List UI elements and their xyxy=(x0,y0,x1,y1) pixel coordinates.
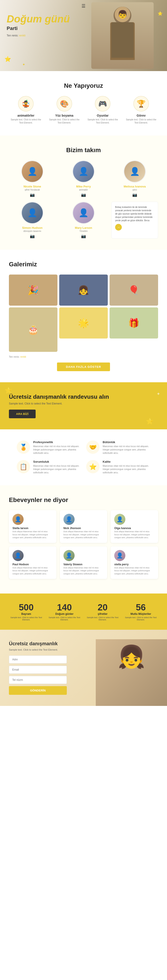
why-name: Profesyonellik xyxy=(33,441,81,444)
star-decoration-2: ✦ xyxy=(22,62,25,67)
member-name: Mike Perry xyxy=(60,185,107,188)
instagram-icon[interactable]: 📷 xyxy=(111,192,158,197)
instagram-icon[interactable]: 📷 xyxy=(9,234,56,239)
final-form: GÖNDERİN xyxy=(9,655,67,695)
why-content: Profesyonellik Maecenas vitae nisl mi et… xyxy=(33,441,81,455)
instagram-icon[interactable]: 📷 xyxy=(9,192,56,197)
hero-image: 👦 xyxy=(91,2,154,69)
gallery-item[interactable]: 🎈 xyxy=(109,275,158,305)
service-desc: Sample text. Click to select the Text El… xyxy=(9,118,43,124)
team-arrow-button[interactable]: → xyxy=(115,224,122,231)
email-input[interactable] xyxy=(9,666,67,674)
why-section: 🏅 Profesyonellik Maecenas vitae nisl mi … xyxy=(0,430,167,485)
member-name: Nicole Stone xyxy=(9,185,56,188)
avatar-icon: 👤 xyxy=(13,514,24,525)
team-avatar: 👤 xyxy=(72,161,95,183)
gallery-image: 🎉 xyxy=(9,275,58,305)
avatar-icon: 👤 xyxy=(13,550,24,561)
testimonials-section: Ebeveynler ne diyor 👤 Stella larson Duis… xyxy=(0,485,167,593)
testimonial-text: Duis aliqua Maecenas vitae nisl mi etus … xyxy=(63,566,104,576)
why-grid: 🏅 Profesyonellik Maecenas vitae nisl mi … xyxy=(17,441,150,474)
why-name: Bütünlük xyxy=(103,441,150,444)
gallery-show-more-button[interactable]: DAHA FAZLA GÖSTER xyxy=(57,363,110,371)
star-decoration-1: ⭐ xyxy=(5,56,11,62)
instagram-icon[interactable]: 📷 xyxy=(60,192,107,197)
testimonial-avatar: 👤 xyxy=(13,514,24,525)
member-role: şiirci xyxy=(111,189,158,191)
team-avatar: 👤 xyxy=(124,161,146,183)
member-name: Simon Hudson xyxy=(9,226,56,229)
final-content: Ücretsiz danışmanlık Sample text. Click … xyxy=(9,641,80,695)
testimonial-text: Duis aliqua Maecenas vitae nisl mi etus … xyxy=(63,530,104,539)
gallery-item[interactable]: 👧 xyxy=(59,275,108,305)
team-avatar: 👤 xyxy=(21,161,43,183)
why-content: Sorumluluk Maecenas vitae nisl mi etus l… xyxy=(33,460,81,474)
testimonial-name: stella perry xyxy=(114,563,154,566)
stat-item: 20 şifretler Sample text. Click to selec… xyxy=(85,602,120,621)
why-desc: Maecenas vitae nisl mi etus locus nisl a… xyxy=(33,445,81,455)
team-avatar: 👤 xyxy=(72,202,95,224)
final-child-image: 👧 xyxy=(96,639,167,706)
hero-content: Doğum günü Parti Ten renis: renkli xyxy=(7,13,70,37)
gallery-item[interactable]: 🎁 xyxy=(109,307,158,339)
cta-desc: Sample text. Click to select the Text El… xyxy=(9,402,158,405)
final-desc: Sample text. Click to select the Text El… xyxy=(9,648,80,651)
avatar-placeholder: 👤 xyxy=(22,202,43,223)
menu-icon[interactable]: ☰ xyxy=(82,3,85,9)
phone-input[interactable] xyxy=(9,676,67,684)
member-role: şifret Yorulacak xyxy=(9,189,56,191)
why-icon: 🏅 xyxy=(17,441,30,454)
hero-subtitle: Parti xyxy=(7,25,70,31)
why-icon: ⭐ xyxy=(86,460,100,473)
service-item: 🎨 Yüz boyama Sample text. Click to selec… xyxy=(47,96,82,124)
gallery-item[interactable]: 🎉 xyxy=(9,275,58,305)
star-decoration-3: ⭐ xyxy=(157,11,162,16)
avatar-icon: 👤 xyxy=(63,550,75,561)
testimonial-avatar: 👤 xyxy=(63,514,75,525)
why-desc: Maecenas vitae nisl mi etus locus nisl a… xyxy=(33,464,81,474)
avatar-icon: 👤 xyxy=(63,514,75,525)
team-text-box: Bırkaç kıskardım ile de temrinde yoracak… xyxy=(111,202,158,239)
member-role: Yönetim xyxy=(60,230,107,232)
team-grid-bottom: 👤 Simon Hudson dönüşüm tasarımı 📷 👤 Mary… xyxy=(9,202,158,239)
gallery-image: 🎁 xyxy=(109,307,158,339)
cta-button[interactable]: ARA BİZİ xyxy=(9,410,35,418)
why-name: Kalite xyxy=(103,460,150,463)
service-icon: 🎨 xyxy=(56,96,72,111)
stat-number: 20 xyxy=(85,602,120,612)
instagram-icon[interactable]: 📷 xyxy=(60,234,107,239)
name-input[interactable] xyxy=(9,655,67,663)
gallery-more-text: Ten renis: renkli xyxy=(9,355,158,358)
service-name: Yüz boyama xyxy=(47,114,82,117)
stat-label: şifretler xyxy=(85,612,120,616)
stat-item: 56 Mutlu Müşteriler Sample text. Click t… xyxy=(124,602,158,621)
service-desc: Sample text. Click to select the Text El… xyxy=(124,118,158,124)
testimonial-text: Duis aliqua Maecenas vitae nisl mi etus … xyxy=(13,530,53,539)
why-desc: Maecenas vitae nisl mi etus locus nisl a… xyxy=(103,464,150,474)
stat-label: Bayram xyxy=(9,612,43,616)
stat-desc: Sample text. Click to select the Text El… xyxy=(124,616,158,621)
why-desc: Maecenas vitae nisl mi etus locus nisl a… xyxy=(103,445,150,455)
testimonial-card: 👤 Stella larson Duis aliqua Maecenas vit… xyxy=(9,510,56,543)
testimonial-text: Duis aliqua Maecenas vitae nisl mi etus … xyxy=(13,566,53,576)
submit-button[interactable]: GÖNDERİN xyxy=(9,686,67,695)
stat-number: 500 xyxy=(9,602,43,612)
hero-section: ☰ Doğum günü Parti Ten renis: renkli 👦 ⭐… xyxy=(0,0,167,71)
service-desc: Sample text. Click to select the Text El… xyxy=(86,118,120,124)
services-grid: 🤹 animatörler Sample text. Click to sele… xyxy=(9,96,158,124)
stats-section: 500 Bayram Sample text. Click to select … xyxy=(0,593,167,630)
gallery-item[interactable]: 🌟 xyxy=(59,307,108,339)
breadcrumb-link[interactable]: renkli xyxy=(19,34,26,37)
team-member: 👤 Melissa Ivanova şiirci 📷 xyxy=(111,161,158,197)
why-item: 🏅 Profesyonellik Maecenas vitae nisl mi … xyxy=(17,441,81,455)
stat-item: 500 Bayram Sample text. Click to select … xyxy=(9,602,43,621)
service-item: 🎮 Oyunlar Sample text. Click to select t… xyxy=(86,96,120,124)
testimonial-name: Olga Ivanova xyxy=(114,527,154,530)
avatar-placeholder: 👤 xyxy=(22,161,43,182)
gallery-more-link[interactable]: renkli xyxy=(20,355,26,358)
why-icon: 📋 xyxy=(17,460,30,473)
testimonial-name: Valeriy Stowon xyxy=(63,563,104,566)
gallery-item[interactable]: 🎂 xyxy=(9,307,58,352)
stat-desc: Sample text. Click to select the Text El… xyxy=(9,616,43,621)
cta-star-1: ⭐ xyxy=(5,387,12,394)
